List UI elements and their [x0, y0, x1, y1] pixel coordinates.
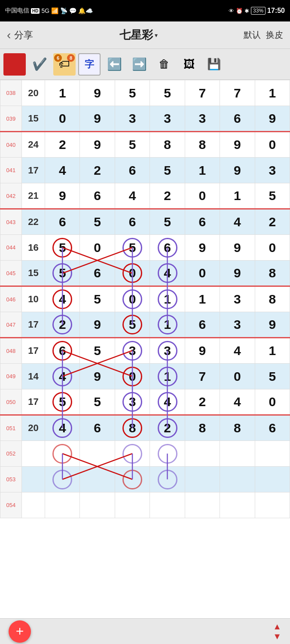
row-num-3: 1	[150, 364, 185, 389]
row-id: 041	[0, 158, 22, 183]
row-num-1: 9	[80, 80, 115, 106]
row-num-1: 9	[80, 106, 115, 132]
row-num-1: 9	[80, 312, 115, 338]
row-sum	[21, 441, 45, 467]
row-num-2: 6	[115, 209, 150, 235]
table-row: 049144901705	[0, 364, 290, 389]
row-num-4: 0	[185, 183, 220, 209]
row-sum: 17	[21, 338, 45, 364]
row-num-1: 6	[80, 261, 115, 286]
row-id: 045	[0, 261, 22, 286]
share-button[interactable]: 分享	[14, 29, 33, 42]
row-num-4: 3	[185, 106, 220, 132]
table-row: 051204682886	[0, 415, 290, 441]
row-num-4: 0	[185, 261, 220, 286]
row-sum: 16	[21, 235, 45, 261]
row-num-0	[45, 467, 80, 492]
row-num-4: 1	[185, 158, 220, 183]
row-num-2: 0	[115, 261, 150, 286]
check-tool-button[interactable]: ✔️	[28, 53, 51, 76]
photo-tool-button[interactable]: 🖼	[178, 53, 200, 76]
table-row: 040242958890	[0, 132, 290, 158]
row-num-1: 9	[80, 364, 115, 389]
row-num-6: 1	[255, 338, 290, 364]
photo-icon: 🖼	[183, 58, 195, 71]
row-num-4	[185, 441, 220, 467]
table-row: 043226565642	[0, 209, 290, 235]
row-num-1: 0	[80, 235, 115, 261]
row-num-6: 9	[255, 106, 290, 132]
char-tool-button[interactable]: 字	[78, 53, 101, 76]
row-id: 047	[0, 312, 22, 338]
row-id: 052	[0, 441, 22, 467]
row-num-4: 7	[185, 364, 220, 389]
row-num-1	[80, 467, 115, 492]
down-arrow-icon: ▼	[273, 632, 281, 641]
dropdown-icon[interactable]: ▾	[155, 32, 158, 39]
table-row: 047172951639	[0, 312, 290, 338]
row-num-5	[220, 492, 255, 518]
row-num-5: 9	[220, 261, 255, 286]
row-num-4	[185, 492, 220, 518]
row-num-5: 3	[220, 312, 255, 338]
scroll-arrows[interactable]: ▲ ▼	[273, 622, 281, 641]
table-row: 050175534240	[0, 389, 290, 415]
row-num-5: 3	[220, 286, 255, 312]
nav-left: ‹ 分享	[7, 28, 33, 42]
back-button[interactable]: ‹	[7, 28, 11, 42]
row-num-2: 3	[115, 338, 150, 364]
table-row: 042219642015	[0, 183, 290, 209]
row-num-1: 6	[80, 415, 115, 441]
char-label: 字	[85, 58, 94, 71]
add-button[interactable]: +	[9, 620, 31, 643]
row-num-0: 0	[45, 106, 80, 132]
row-num-3: 1	[150, 286, 185, 312]
row-id: 046	[0, 286, 22, 312]
row-num-6: 1	[255, 80, 290, 106]
row-num-0	[45, 441, 80, 467]
row-id: 048	[0, 338, 22, 364]
row-num-2: 5	[115, 312, 150, 338]
row-num-5: 4	[220, 338, 255, 364]
row-num-4: 8	[185, 132, 220, 158]
row-num-6: 5	[255, 183, 290, 209]
row-num-6	[255, 492, 290, 518]
row-num-0: 4	[45, 364, 80, 389]
row-num-2: 5	[115, 235, 150, 261]
row-num-1: 5	[80, 209, 115, 235]
toolbar: ✔️ 🏷 8 6 字 ⬅️ ➡️ 🗑 🖼 💾	[0, 49, 290, 80]
trash-tool-button[interactable]: 🗑	[153, 53, 175, 76]
table-row: 045155604098	[0, 261, 290, 286]
row-num-4: 6	[185, 209, 220, 235]
forward-tool-icon: ➡️	[132, 57, 147, 71]
status-bar: 中国电信 HD 5G 📶 📡 💬 🔔☁️ 👁 ⏰ ✱ 33% 17:50	[0, 0, 290, 21]
row-num-6: 0	[255, 235, 290, 261]
row-num-6: 5	[255, 364, 290, 389]
row-num-5	[220, 441, 255, 467]
row-num-0: 4	[45, 158, 80, 183]
row-id: 042	[0, 183, 22, 209]
color-picker-button[interactable]	[3, 53, 26, 76]
forward-tool-button[interactable]: ➡️	[128, 53, 150, 76]
back-tool-button[interactable]: ⬅️	[103, 53, 125, 76]
row-num-3: 3	[150, 106, 185, 132]
row-num-6	[255, 467, 290, 492]
wifi-icon: 📡	[60, 7, 67, 14]
wechat-icon: 💬	[69, 7, 76, 14]
badge-tool-button[interactable]: 🏷 8 6	[53, 53, 76, 76]
row-num-0: 4	[45, 286, 80, 312]
save-tool-button[interactable]: 💾	[203, 53, 225, 76]
row-num-5: 4	[220, 209, 255, 235]
row-sum: 20	[21, 80, 45, 106]
skin-button[interactable]: 换皮	[266, 29, 283, 41]
row-num-2	[115, 441, 150, 467]
row-sum: 14	[21, 364, 45, 389]
row-num-6: 0	[255, 389, 290, 415]
default-button[interactable]: 默认	[244, 29, 261, 41]
save-icon: 💾	[207, 58, 221, 71]
row-num-6: 8	[255, 261, 290, 286]
row-sum: 17	[21, 389, 45, 415]
row-num-5: 9	[220, 132, 255, 158]
row-num-4: 8	[185, 415, 220, 441]
table-row: 054	[0, 492, 290, 518]
